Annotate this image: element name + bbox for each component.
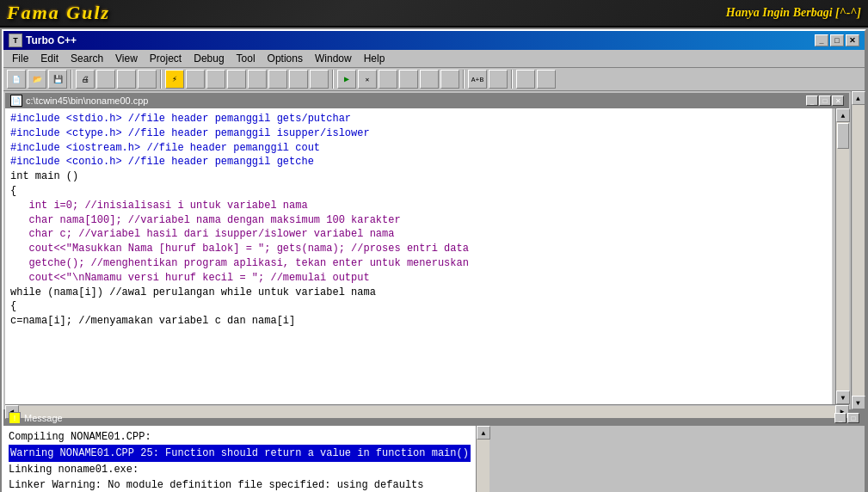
message-warning: Warning NONAME01.CPP 25: Function should… [9,445,471,462]
toolbar: 📄 📂 💾 🖨 ⚡ ▶ ✕ [3,68,865,91]
code-line-3: #include <iostream.h> //file header pema… [10,141,827,156]
toolbar-btn-save[interactable]: 💾 [48,70,67,89]
toolbar-btn-2[interactable] [96,70,115,89]
message-line-1: Compiling NONAME01.CPP: [9,429,471,445]
close-button[interactable]: ✕ [846,34,859,46]
window-title: Turbo C++ [26,34,77,46]
minimize-button[interactable]: _ [815,34,828,46]
editor-doc-icon: 📄 [10,95,22,107]
toolbar-btn-open[interactable]: 📂 [28,70,46,89]
toolbar-btn-5[interactable]: ⚡ [165,70,184,89]
message-line-3: Linking noname01.exe: [9,462,471,477]
outer-scroll-track [853,105,865,396]
toolbar-btn-11[interactable] [289,70,308,89]
toolbar-btn-13[interactable]: ✕ [358,70,377,89]
banner-title-right: Hanya Ingin Berbagi [^-^] [726,6,861,20]
toolbar-btn-19[interactable] [489,70,508,89]
editor-filename: c:\tcwin45\bin\noname00.cpp [26,95,148,106]
code-line-14: { [10,299,827,314]
outer-scroll-up-btn[interactable]: ▲ [852,91,865,105]
toolbar-btn-new[interactable]: 📄 [7,70,26,89]
scroll-track-h [19,406,835,418]
code-line-13: while (nama[i]) //awal perulangan while … [10,286,827,300]
toolbar-btn-3[interactable] [117,70,136,89]
message-content: Compiling NONAME01.CPP: Warning NONAME01… [3,426,476,492]
toolbar-btn-16[interactable] [420,70,439,89]
message-scroll-track [477,440,489,492]
menu-file[interactable]: File [7,52,34,65]
toolbar-btn-14[interactable] [379,70,397,89]
code-line-8: char nama[100]; //variabel nama dengan m… [10,213,827,228]
menu-window[interactable]: Window [310,52,357,65]
code-line-1: #include <stdio.h> //file header pemangg… [10,112,827,126]
toolbar-sep-4 [463,70,465,89]
toolbar-btn-7[interactable] [206,70,225,89]
editor-scrollbar-h[interactable]: ◄ ► [5,404,849,418]
message-line-4: Linker Warning: No module definition fil… [9,477,471,492]
editor-close-btn[interactable]: ✕ [832,95,844,106]
message-scrollbar-v[interactable]: ▲ ▼ [476,426,489,492]
message-icon: ! [9,412,21,424]
message-panel: ! Message _ □ Compiling NONAME01.CPP: Wa… [3,409,865,492]
scroll-up-btn[interactable]: ▲ [836,108,850,122]
editor-maximize-btn[interactable]: □ [819,95,831,106]
toolbar-btn-21[interactable] [537,70,556,89]
menu-tool[interactable]: Tool [231,52,261,65]
menu-help[interactable]: Help [359,52,391,65]
code-line-5: int main () [10,169,827,184]
toolbar-btn-10[interactable] [268,70,287,89]
code-line-7: int i=0; //inisialisasi i untuk variabel… [10,199,827,213]
toolbar-btn-run[interactable]: ▶ [337,70,356,89]
banner: Fama Gulz Hanya Ingin Berbagi [^-^] [0,0,868,28]
toolbar-btn-12[interactable] [310,70,329,89]
message-title-left: ! Message [9,412,63,424]
menu-options[interactable]: Options [262,52,308,65]
toolbar-btn-20[interactable] [516,70,535,89]
toolbar-btn-18[interactable]: A+B [468,70,487,89]
toolbar-sep-2 [160,70,162,89]
code-line-6: { [10,184,827,199]
menu-debug[interactable]: Debug [188,52,229,65]
editor-title-bar-left: 📄 c:\tcwin45\bin\noname00.cpp [10,95,148,107]
menu-bar: File Edit Search View Project Debug Tool… [3,50,865,68]
editor-body: #include <stdio.h> //file header pemangg… [5,108,849,404]
message-body: Compiling NONAME01.CPP: Warning NONAME01… [3,426,865,492]
maximize-button[interactable]: □ [830,34,844,46]
app-icon[interactable]: T [9,34,22,47]
outer-scrollbar-v[interactable]: ▲ ▼ [851,91,865,409]
message-minimize-btn[interactable]: _ [834,413,846,423]
menu-view[interactable]: View [110,52,143,65]
code-line-12: cout<<"\nNamamu versi huruf kecil = "; /… [10,271,827,286]
main-window: T Turbo C++ _ □ ✕ File Edit Search View … [2,29,866,492]
toolbar-btn-15[interactable] [399,70,418,89]
scroll-thumb[interactable] [837,123,849,149]
editor-area[interactable]: #include <stdio.h> //file header pemangg… [5,108,835,404]
message-title-buttons: _ □ [834,413,859,423]
toolbar-btn-17[interactable] [440,70,459,89]
toolbar-btn-8[interactable] [227,70,246,89]
code-line-4: #include <conio.h> //file header pemangg… [10,155,827,169]
editor-minimize-btn[interactable]: _ [806,95,818,106]
message-maximize-btn[interactable]: □ [847,413,859,423]
code-line-2: #include <ctype.h> //file header pemangg… [10,126,827,141]
title-buttons: _ □ ✕ [815,34,859,46]
editor-scrollbar-v[interactable]: ▲ ▼ [835,108,849,404]
message-line-2: Warning NONAME01.CPP 25: Function should… [9,445,471,462]
toolbar-btn-6[interactable] [186,70,205,89]
menu-search[interactable]: Search [65,52,108,65]
menu-edit[interactable]: Edit [35,52,64,65]
toolbar-btn-9[interactable] [248,70,267,89]
code-line-9: char c; //variabel hasil dari isupper/is… [10,227,827,242]
editor-title-buttons: _ □ ✕ [806,95,844,106]
outer-scroll-down-btn[interactable]: ▼ [852,396,865,409]
message-scroll-up-btn[interactable]: ▲ [477,426,490,440]
toolbar-btn-print[interactable]: 🖨 [76,70,95,89]
editor-content[interactable]: #include <stdio.h> //file header pemangg… [5,108,832,404]
code-line-10: cout<<"Masukkan Nama [huruf balok] = "; … [10,242,827,256]
scroll-down-btn[interactable]: ▼ [836,391,850,404]
title-bar: T Turbo C++ _ □ ✕ [3,31,865,50]
menu-project[interactable]: Project [145,52,187,65]
editor-container: 📄 c:\tcwin45\bin\noname00.cpp _ □ ✕ #inc… [3,91,851,409]
toolbar-btn-4[interactable] [138,70,157,89]
code-line-15: c=nama[i]; //menyamakan variabel c dan n… [10,314,827,329]
